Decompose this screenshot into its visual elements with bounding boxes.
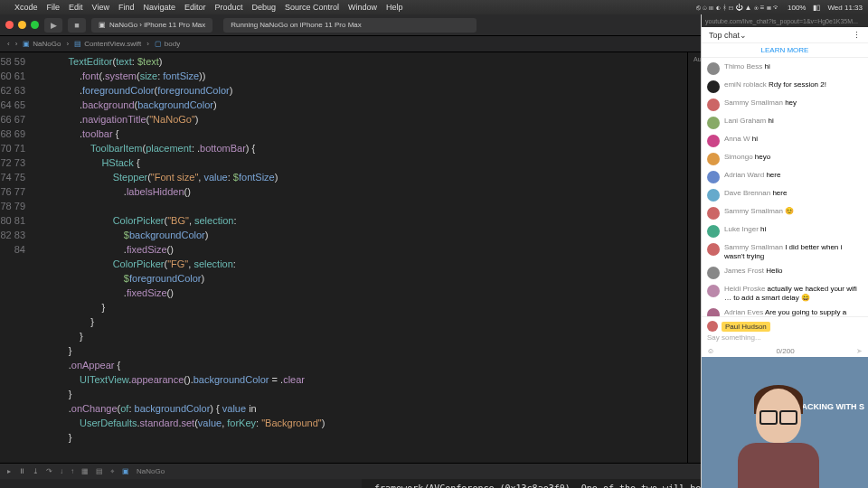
send-icon[interactable]: ➤ — [856, 347, 863, 355]
scheme-icon: ▣ — [99, 21, 106, 29]
clock: Wed 11:33 — [827, 4, 863, 12]
self-avatar — [707, 321, 718, 332]
chat-message: Simongo heyo — [707, 150, 863, 168]
chat-message: Sammy Smallman hey — [707, 96, 863, 114]
learn-more-link[interactable]: LEARN MORE — [702, 43, 868, 58]
chat-author: Dave Brennan — [724, 189, 770, 197]
menu-view[interactable]: View — [92, 3, 109, 12]
scheme-selector[interactable]: ▣ NaNoGo › iPhone 11 Pro Max — [91, 18, 212, 33]
battery-icon: ▮▯ — [813, 4, 820, 12]
debug-step-out-icon[interactable]: ↑ — [71, 467, 74, 475]
avatar — [707, 243, 720, 256]
chat-author: Thimo Bess — [724, 62, 762, 70]
chat-text: hi — [760, 225, 766, 233]
menu-product[interactable]: Product — [214, 3, 242, 12]
chat-author: Lani Graham — [724, 117, 766, 125]
chat-text: hi — [752, 135, 758, 143]
avatar — [707, 308, 720, 316]
chat-message: Heidi Proske actually we hacked your wif… — [707, 282, 863, 305]
chat-mode-selector[interactable]: Top chat — [709, 31, 740, 40]
menu-edit[interactable]: Edit — [69, 3, 83, 12]
chat-input-area: Paul Hudson Say something... — [702, 316, 868, 345]
loc-icon[interactable]: ⌖ — [110, 467, 115, 476]
avatar — [707, 189, 720, 202]
chat-author: Sammy Smallman — [724, 99, 783, 107]
avatar — [707, 207, 720, 220]
variables-view[interactable] — [0, 479, 362, 488]
chat-author: Simongo — [724, 153, 753, 161]
chat-message: Thimo Bess hi — [707, 60, 863, 78]
chat-author: Anna W — [724, 135, 750, 143]
self-name-badge: Paul Hudson — [722, 322, 770, 332]
scheme-label: NaNoGo › iPhone 11 Pro Max — [109, 21, 205, 29]
chat-message: James Frost Hello — [707, 264, 863, 282]
code-editor[interactable]: 58 59 60 61 62 63 64 65 66 67 68 69 70 7… — [0, 52, 687, 463]
chat-text: Hello — [766, 267, 782, 275]
chat-message: Adrian Eves Are you going to supply a sa… — [707, 305, 863, 316]
avatar — [707, 62, 720, 75]
menu-editor[interactable]: Editor — [184, 3, 206, 12]
chat-text: heyo — [755, 153, 770, 161]
memory-icon[interactable]: ▤ — [96, 467, 103, 475]
chat-message: Luke Inger hi — [707, 222, 863, 240]
debug-step-over-icon[interactable]: ↷ — [46, 467, 52, 475]
chat-text: hi — [764, 62, 769, 70]
emoji-picker-icon[interactable]: ☺ — [707, 347, 714, 355]
close-window-button[interactable] — [5, 21, 14, 29]
battery-pct: 100% — [788, 4, 806, 12]
menu-xcode[interactable]: Xcode — [14, 3, 38, 12]
menu-navigate[interactable]: Navigate — [143, 3, 175, 12]
crumb-file[interactable]: ContentView.swift — [84, 40, 141, 48]
code-content[interactable]: TextEditor(text: $text) .font(.system(si… — [33, 54, 687, 463]
chat-text: 😊 — [785, 207, 794, 215]
zoom-window-button[interactable] — [31, 21, 39, 29]
menubar-right: ⎋ ⊙ ⊞ ◐ ᚼ ⊟ ⏻ ▲ ◉ ≡ ▦ ᯤ 100% ▮▯ Wed 11:3… — [696, 4, 863, 12]
line-gutter: 58 59 60 61 62 63 64 65 66 67 68 69 70 7… — [0, 54, 33, 463]
chat-message: Anna W hi — [707, 132, 863, 150]
avatar — [707, 153, 720, 165]
menu-find[interactable]: Find — [118, 3, 135, 12]
debug-disclosure-icon[interactable]: ▸ — [7, 467, 11, 475]
nav-back-icon[interactable]: ‹ — [7, 40, 10, 48]
crumb-project[interactable]: NaNoGo — [33, 40, 61, 48]
crumb-symbol[interactable]: body — [165, 40, 180, 48]
browser-url[interactable]: youtube.com/live_chat?is_popout=1&v=Hg0e… — [702, 14, 868, 27]
chat-author: Sammy Smallman — [724, 207, 783, 215]
webcam-feed: HACKING WITH S — [702, 357, 868, 488]
menu-scm[interactable]: Source Control — [285, 3, 339, 12]
avatar — [707, 99, 720, 111]
window-controls — [5, 21, 39, 29]
chat-author: James Frost — [724, 267, 764, 275]
chat-messages[interactable]: Thimo Bess hi emiN roblack Rdy for sessi… — [702, 58, 868, 316]
chat-send-row: ☺ 0/200 ➤ — [702, 345, 868, 357]
avatar — [707, 80, 720, 93]
swift-file-icon: ▤ — [74, 40, 81, 48]
chat-menu-icon[interactable]: ⋮ — [853, 31, 861, 40]
chat-author: Adrian Ward — [724, 171, 764, 179]
run-button[interactable]: ▶ — [44, 18, 62, 33]
project-icon: ▣ — [23, 40, 30, 48]
avatar — [707, 225, 720, 238]
chat-header: Top chat ⌄ ⋮ — [702, 27, 868, 43]
nav-fwd-icon[interactable]: › — [15, 40, 18, 48]
chat-text: here — [772, 189, 787, 197]
activity-status: Running NaNoGo on iPhone 11 Pro Max — [223, 18, 476, 33]
chat-input[interactable]: Say something... — [707, 333, 863, 342]
menu-window[interactable]: Window — [348, 3, 377, 12]
avatar — [707, 117, 720, 129]
menu-help[interactable]: Help — [386, 3, 403, 12]
chat-message: Adrian Ward here — [707, 168, 863, 186]
debug-step-in-icon[interactable]: ↓ — [60, 467, 63, 475]
menu-file[interactable]: File — [47, 3, 61, 12]
debug-step-icon[interactable]: ⤓ — [33, 467, 39, 475]
view-debug-icon[interactable]: ▦ — [81, 467, 89, 475]
debug-pause-icon[interactable]: ⏸ — [18, 467, 25, 475]
debug-target[interactable]: NaNoGo — [137, 467, 165, 475]
chat-author: Sammy Smallman — [724, 243, 783, 251]
stop-button[interactable]: ■ — [68, 18, 86, 33]
minimize-window-button[interactable] — [18, 21, 26, 29]
chevron-down-icon[interactable]: ⌄ — [740, 31, 747, 40]
chat-text: here — [766, 171, 780, 179]
chat-author: Luke Inger — [724, 225, 759, 233]
menu-debug[interactable]: Debug — [252, 3, 277, 12]
